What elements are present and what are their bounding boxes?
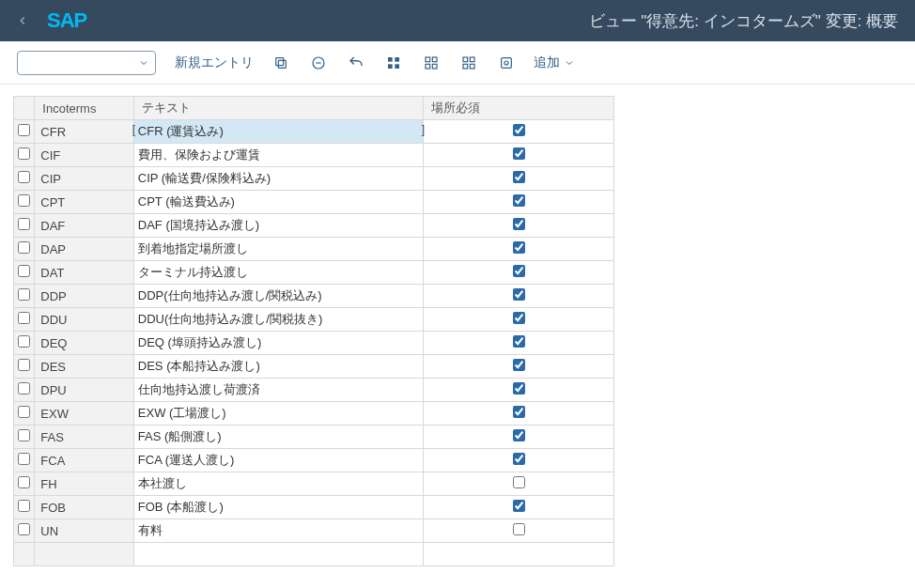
row-select-cell[interactable] — [14, 449, 35, 472]
table-row[interactable]: DEQDEQ (埠頭持込み渡し) — [14, 332, 614, 355]
incoterms-code[interactable]: DDU — [35, 308, 133, 332]
table-row[interactable]: FASFAS (船側渡し) — [14, 426, 614, 449]
location-required-checkbox[interactable] — [513, 500, 525, 512]
mode-dropdown[interactable] — [17, 51, 156, 75]
select-block-icon[interactable] — [423, 54, 440, 71]
incoterms-code[interactable]: FOB — [35, 496, 133, 519]
location-required-checkbox[interactable] — [513, 147, 525, 160]
table-row[interactable]: CIPCIP (輸送費/保険料込み) — [14, 167, 614, 191]
incoterms-text[interactable]: ターミナル持込渡し — [133, 261, 423, 285]
col-header-select[interactable] — [14, 97, 35, 120]
table-row[interactable]: FH本社渡し — [14, 472, 614, 496]
incoterms-code[interactable]: EXW — [35, 402, 133, 426]
row-select-cell[interactable] — [14, 285, 35, 308]
row-select-checkbox[interactable] — [18, 406, 30, 418]
incoterms-text[interactable]: DAF (国境持込み渡し) — [133, 214, 423, 238]
incoterms-text[interactable]: FOB (本船渡し) — [133, 496, 423, 519]
location-required-cell[interactable] — [424, 379, 614, 402]
incoterms-text[interactable]: 費用、保険および運賃 — [133, 144, 423, 167]
location-required-cell[interactable] — [424, 214, 614, 238]
location-required-cell[interactable] — [424, 472, 614, 496]
location-required-checkbox[interactable] — [513, 476, 525, 488]
table-row[interactable]: DDUDDU(仕向地持込み渡し/関税抜き) — [14, 308, 614, 332]
incoterms-text[interactable]: DDP(仕向地持込み渡し/関税込み) — [133, 285, 423, 308]
table-row[interactable]: CFRCFR (運賃込み) — [14, 120, 614, 144]
incoterms-code[interactable]: UN — [35, 519, 133, 543]
row-select-cell[interactable] — [14, 261, 35, 285]
location-required-cell[interactable] — [424, 144, 614, 167]
deselect-all-icon[interactable] — [460, 54, 477, 71]
location-required-cell[interactable] — [424, 261, 614, 285]
incoterms-code[interactable]: CIF — [35, 144, 133, 167]
location-required-checkbox[interactable] — [513, 382, 525, 395]
location-required-checkbox[interactable] — [513, 453, 525, 465]
location-required-checkbox[interactable] — [513, 429, 525, 441]
location-required-cell[interactable] — [424, 285, 614, 308]
location-required-cell[interactable] — [424, 402, 614, 426]
incoterms-code[interactable]: CIP — [35, 167, 133, 191]
undo-icon[interactable] — [348, 54, 364, 71]
row-select-checkbox[interactable] — [18, 382, 30, 395]
table-row[interactable]: FOBFOB (本船渡し) — [14, 496, 614, 519]
location-required-cell[interactable] — [424, 167, 614, 191]
configure-icon[interactable] — [498, 54, 515, 71]
row-select-cell[interactable] — [14, 144, 35, 167]
row-select-cell[interactable] — [14, 214, 35, 238]
location-required-cell[interactable] — [424, 496, 614, 519]
location-required-checkbox[interactable] — [513, 218, 525, 230]
incoterms-text[interactable]: 到着地指定場所渡し — [133, 238, 423, 261]
location-required-checkbox[interactable] — [513, 359, 525, 371]
row-select-checkbox[interactable] — [18, 241, 30, 254]
select-all-icon[interactable] — [385, 54, 402, 71]
row-select-checkbox[interactable] — [18, 359, 30, 371]
row-select-checkbox[interactable] — [18, 171, 30, 183]
row-select-cell[interactable] — [14, 120, 35, 144]
location-required-checkbox[interactable] — [513, 288, 525, 301]
row-select-cell[interactable] — [14, 496, 35, 519]
table-row[interactable]: DAP到着地指定場所渡し — [14, 238, 614, 261]
incoterms-code[interactable]: DAT — [35, 261, 133, 285]
back-button[interactable] — [9, 8, 36, 34]
row-select-checkbox[interactable] — [18, 429, 30, 441]
location-required-checkbox[interactable] — [513, 194, 525, 207]
new-entry-button[interactable]: 新規エントリ — [175, 54, 254, 71]
row-select-cell[interactable] — [14, 472, 35, 496]
row-select-cell[interactable] — [14, 519, 35, 543]
incoterms-text[interactable]: DDU(仕向地持込み渡し/関税抜き) — [133, 308, 423, 332]
row-select-checkbox[interactable] — [18, 218, 30, 230]
incoterms-text[interactable]: 仕向地持込渡し荷渡済 — [133, 379, 423, 402]
table-row[interactable]: DPU仕向地持込渡し荷渡済 — [14, 379, 614, 402]
add-button[interactable]: 追加 — [534, 54, 575, 71]
incoterms-text[interactable]: CFR (運賃込み) — [133, 120, 423, 144]
table-row[interactable]: CIF費用、保険および運賃 — [14, 144, 614, 167]
incoterms-text[interactable]: DES (本船持込み渡し) — [133, 355, 423, 379]
incoterms-text[interactable]: FCA (運送人渡し) — [133, 449, 423, 472]
table-row[interactable]: FCAFCA (運送人渡し) — [14, 449, 614, 472]
incoterms-text[interactable]: 本社渡し — [133, 472, 423, 496]
copy-icon[interactable] — [272, 54, 289, 71]
location-required-cell[interactable] — [424, 449, 614, 472]
location-required-cell[interactable] — [424, 426, 614, 449]
row-select-cell[interactable] — [14, 308, 35, 332]
location-required-cell[interactable] — [424, 191, 614, 214]
location-required-checkbox[interactable] — [513, 124, 525, 136]
incoterms-text[interactable]: CPT (輸送費込み) — [133, 191, 423, 214]
row-select-checkbox[interactable] — [18, 194, 30, 207]
location-required-checkbox[interactable] — [513, 265, 525, 277]
location-required-checkbox[interactable] — [513, 241, 525, 254]
incoterms-code[interactable]: DDP — [35, 285, 133, 308]
table-row[interactable]: EXWEXW (工場渡し) — [14, 402, 614, 426]
incoterms-code[interactable]: FAS — [35, 426, 133, 449]
row-select-cell[interactable] — [14, 167, 35, 191]
incoterms-code[interactable]: FH — [35, 472, 133, 496]
col-header-text[interactable]: テキスト — [133, 97, 423, 120]
row-select-checkbox[interactable] — [18, 476, 30, 488]
row-select-checkbox[interactable] — [18, 124, 30, 136]
incoterms-code[interactable]: DES — [35, 355, 133, 379]
row-select-cell[interactable] — [14, 402, 35, 426]
row-select-checkbox[interactable] — [18, 500, 30, 512]
incoterms-code[interactable]: DAF — [35, 214, 133, 238]
table-row[interactable]: DATターミナル持込渡し — [14, 261, 614, 285]
incoterms-text[interactable]: CIP (輸送費/保険料込み) — [133, 167, 423, 191]
row-select-cell[interactable] — [14, 332, 35, 355]
